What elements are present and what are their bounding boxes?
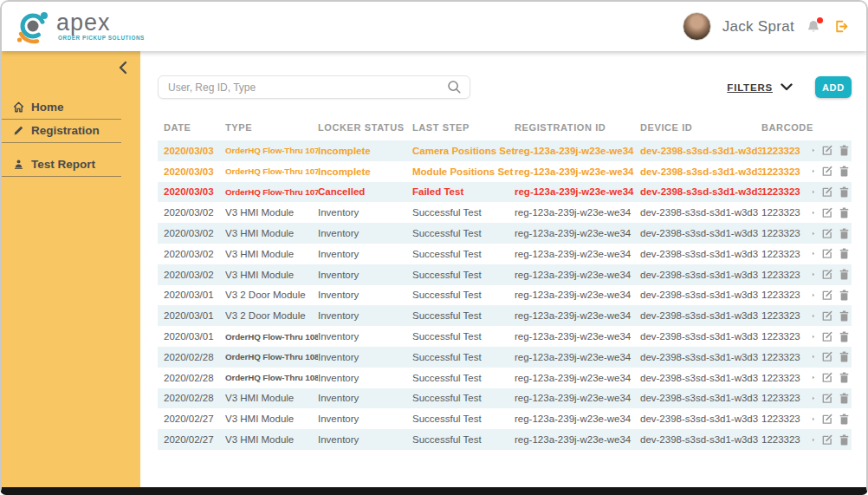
delete-icon[interactable] bbox=[839, 228, 849, 239]
edit-icon[interactable] bbox=[821, 414, 832, 425]
delete-icon[interactable] bbox=[839, 372, 849, 383]
view-icon[interactable] bbox=[813, 352, 814, 361]
delete-icon[interactable] bbox=[839, 186, 849, 198]
edit-icon[interactable] bbox=[821, 186, 832, 198]
cell-barcode: 1223323 bbox=[761, 228, 813, 238]
delete-icon[interactable] bbox=[839, 434, 849, 446]
filters-dropdown[interactable]: FILTERS bbox=[727, 82, 793, 93]
cell-type: OrderHQ Flow-Thru 108 bbox=[225, 352, 318, 361]
edit-icon[interactable] bbox=[821, 145, 832, 156]
notifications-bell-icon[interactable] bbox=[806, 19, 821, 35]
search-icon[interactable] bbox=[447, 80, 462, 94]
delete-icon[interactable] bbox=[839, 351, 849, 362]
cell-locker-status: Inventory bbox=[318, 331, 412, 342]
view-icon[interactable] bbox=[813, 332, 814, 342]
edit-icon[interactable] bbox=[821, 248, 832, 259]
view-icon[interactable] bbox=[813, 249, 814, 258]
view-icon[interactable] bbox=[813, 270, 814, 279]
delete-icon[interactable] bbox=[839, 290, 849, 301]
table-row[interactable]: 2020/03/01V3 2 Door ModuleInventorySucce… bbox=[158, 285, 852, 306]
table-row[interactable]: 2020/03/01OrderHQ Flow-Thru 108Inventory… bbox=[158, 326, 852, 347]
table-row[interactable]: 2020/03/02V3 HMI ModuleInventorySuccessf… bbox=[158, 264, 852, 285]
column-header: TYPE bbox=[225, 122, 318, 133]
delete-icon[interactable] bbox=[839, 310, 849, 322]
search-input[interactable] bbox=[159, 81, 447, 94]
table-row[interactable]: 2020/03/03OrderHQ Flow-Thru 107Cancelled… bbox=[158, 182, 852, 203]
cell-device-id: dev-2398-s3sd-s3d1-w3d3 bbox=[640, 166, 761, 177]
edit-icon[interactable] bbox=[821, 393, 832, 404]
table-row[interactable]: 2020/02/27V3 HMI ModuleInventorySuccessf… bbox=[158, 429, 852, 450]
view-icon[interactable] bbox=[813, 187, 814, 197]
cell-barcode: 1223323 bbox=[761, 373, 813, 383]
cell-last-step: Successful Test bbox=[412, 352, 515, 362]
cell-registration-id: reg-123a-239j-w23e-we34 bbox=[515, 393, 640, 403]
table-row[interactable]: 2020/03/03OrderHQ Flow-Thru 107Incomplet… bbox=[158, 140, 852, 161]
sidebar-item-home[interactable]: Home bbox=[2, 96, 121, 120]
cell-type: OrderHQ Flow-Thru 107 bbox=[225, 146, 318, 155]
view-icon[interactable] bbox=[813, 166, 814, 176]
table-row[interactable]: 2020/02/28OrderHQ Flow-Thru 108Inventory… bbox=[158, 368, 852, 388]
user-avatar[interactable] bbox=[683, 12, 711, 41]
table-row[interactable]: 2020/03/02V3 HMI ModuleInventorySuccessf… bbox=[158, 202, 852, 223]
cell-date: 2020/02/27 bbox=[164, 414, 225, 424]
view-icon[interactable] bbox=[813, 146, 814, 155]
delete-icon[interactable] bbox=[839, 393, 849, 404]
cell-registration-id: reg-123a-239j-w23e-we34 bbox=[515, 352, 640, 362]
table-row[interactable]: 2020/02/28V3 HMI ModuleInventorySuccessf… bbox=[158, 388, 852, 409]
table-row[interactable]: 2020/03/01V3 2 Door ModuleInventorySucce… bbox=[158, 305, 852, 326]
delete-icon[interactable] bbox=[839, 269, 849, 280]
sidebar-item-label: Home bbox=[31, 101, 64, 114]
edit-icon[interactable] bbox=[821, 166, 832, 177]
edit-icon[interactable] bbox=[821, 228, 832, 239]
table-row[interactable]: 2020/02/28OrderHQ Flow-Thru 108Inventory… bbox=[158, 347, 852, 368]
cell-device-id: dev-2398-s3sd-s3d1-w3d3 bbox=[640, 352, 761, 362]
toolbar: FILTERS ADD bbox=[158, 75, 852, 99]
delete-icon[interactable] bbox=[839, 248, 849, 259]
sidebar-collapse-icon[interactable] bbox=[118, 60, 128, 79]
edit-icon[interactable] bbox=[821, 207, 832, 218]
edit-icon[interactable] bbox=[821, 331, 832, 342]
delete-icon[interactable] bbox=[839, 414, 849, 425]
cell-date: 2020/03/01 bbox=[164, 290, 225, 300]
pencil-icon bbox=[13, 125, 24, 136]
delete-icon[interactable] bbox=[839, 145, 849, 156]
view-icon[interactable] bbox=[813, 435, 814, 445]
logo-wordmark: apex ORDER PICKUP SOLUTIONS bbox=[56, 11, 145, 41]
add-button[interactable]: ADD bbox=[815, 76, 852, 98]
table-row[interactable]: 2020/03/02V3 HMI ModuleInventorySuccessf… bbox=[158, 223, 852, 244]
cell-device-id: dev-2398-s3sd-s3d1-w3d3 bbox=[640, 310, 761, 321]
edit-icon[interactable] bbox=[821, 310, 832, 322]
edit-icon[interactable] bbox=[821, 434, 832, 446]
cell-last-step: Successful Test bbox=[412, 228, 515, 238]
cell-registration-id: reg-123a-239j-w23e-we34 bbox=[515, 310, 640, 321]
cell-type: V3 HMI Module bbox=[225, 228, 318, 238]
view-icon[interactable] bbox=[813, 208, 814, 218]
sidebar-item-test-report[interactable]: Test Report bbox=[2, 153, 121, 177]
cell-last-step: Module Positions Set bbox=[412, 166, 515, 177]
table-row[interactable]: 2020/03/03OrderHQ Flow-Thru 107Incomplet… bbox=[158, 161, 852, 182]
app-window: apex ORDER PICKUP SOLUTIONS Jack Sprat bbox=[0, 0, 868, 495]
cell-last-step: Successful Test bbox=[412, 249, 515, 259]
view-icon[interactable] bbox=[813, 414, 814, 424]
view-icon[interactable] bbox=[813, 290, 814, 300]
view-icon[interactable] bbox=[813, 394, 814, 403]
sidebar-item-registration[interactable]: Registration bbox=[2, 120, 121, 143]
delete-icon[interactable] bbox=[839, 166, 849, 177]
cell-barcode: 1223323 bbox=[761, 434, 813, 445]
cell-locker-status: Inventory bbox=[318, 249, 412, 259]
table-row[interactable]: 2020/03/02V3 HMI ModuleInventorySuccessf… bbox=[158, 244, 852, 264]
delete-icon[interactable] bbox=[839, 331, 849, 342]
view-icon[interactable] bbox=[813, 373, 814, 382]
row-actions bbox=[813, 207, 852, 218]
view-icon[interactable] bbox=[813, 229, 814, 238]
edit-icon[interactable] bbox=[821, 290, 832, 301]
table-row[interactable]: 2020/02/27V3 HMI ModuleInventorySuccessf… bbox=[158, 408, 852, 429]
edit-icon[interactable] bbox=[821, 351, 832, 362]
logout-icon[interactable] bbox=[832, 18, 849, 35]
view-icon[interactable] bbox=[813, 311, 814, 321]
cell-date: 2020/03/02 bbox=[164, 249, 225, 259]
delete-icon[interactable] bbox=[839, 207, 849, 218]
edit-icon[interactable] bbox=[821, 269, 832, 280]
edit-icon[interactable] bbox=[821, 372, 832, 383]
row-actions bbox=[813, 166, 852, 177]
